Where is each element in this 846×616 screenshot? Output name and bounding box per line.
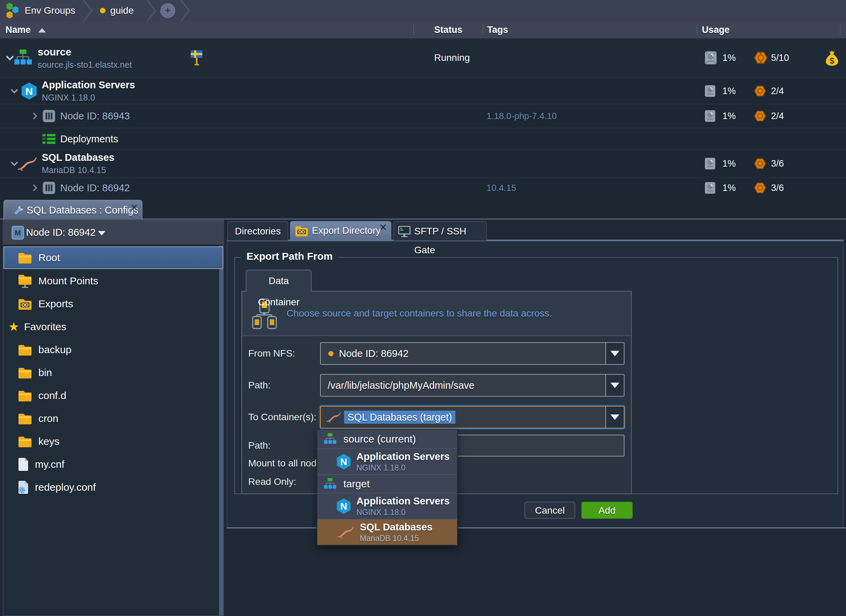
tab-export-directory[interactable]: Export Directory ✕ — [290, 221, 391, 241]
breadcrumb-separator-icon — [147, 0, 156, 21]
node-id[interactable]: Node ID: 86943 — [60, 110, 130, 122]
to-containers-dropdown: source (current) N Application Servers N… — [317, 429, 458, 546]
tab-sftp-ssh-gate[interactable]: SFTP / SSH Gate — [393, 221, 487, 241]
tab-directories[interactable]: Directories — [227, 221, 288, 241]
from-nfs-select[interactable]: Node ID: 86942 — [320, 342, 624, 365]
chevron-down-icon — [98, 231, 106, 235]
terminal-monitor-icon — [398, 226, 411, 238]
expand-chevron-icon[interactable] — [32, 184, 37, 192]
tree-item-favorites[interactable]: ★ Favorites — [4, 315, 223, 338]
chevron-down-icon — [611, 383, 619, 388]
tree-item-mount-points[interactable]: Mount Points — [4, 269, 223, 292]
collapse-chevron-icon[interactable] — [6, 55, 15, 60]
mount-all-nodes-label: Mount to all nodes — [248, 456, 327, 471]
env-row-source[interactable]: source source.jls-sto1.elastx.net Runnin… — [0, 38, 846, 78]
chevron-down-icon — [611, 414, 619, 420]
dropdown-item-sql-databases-target[interactable]: SQL Databases MariaDB 10.4.15 — [317, 519, 457, 545]
layer-name[interactable]: Application Servers — [42, 79, 135, 91]
mariadb-node-badge-icon: M — [12, 226, 24, 239]
configs-panel-tab[interactable]: SQL Databases : Configs ✕ — [3, 200, 142, 220]
node-tag: 1.18.0-php-7.4.10 — [486, 111, 557, 122]
tree-item-bin[interactable]: bin — [4, 361, 223, 384]
configs-tab-title: SQL Databases : Configs — [27, 201, 138, 220]
column-header-tags[interactable]: Tags — [487, 21, 508, 38]
layer-name[interactable]: SQL Databases — [42, 152, 115, 163]
deployments-row[interactable]: Deployments — [0, 128, 846, 150]
folder-icon — [18, 390, 32, 402]
dropdown-env-target[interactable]: target — [317, 474, 457, 493]
column-header-name[interactable]: Name — [6, 21, 31, 38]
column-header-status[interactable]: Status — [434, 21, 463, 38]
tab-close-icon[interactable]: ✕ — [379, 222, 387, 233]
layer-row-app-servers[interactable]: N Application Servers NGINX 1.18.0 1% 2/… — [0, 78, 846, 104]
environment-grid: source source.jls-sto1.elastx.net Runnin… — [0, 38, 846, 219]
cloudlets-icon — [754, 182, 766, 194]
nginx-icon: N — [336, 453, 351, 470]
tree-item-label: cron — [38, 413, 58, 424]
select-arrow-button[interactable] — [605, 406, 624, 428]
environment-topology-icon — [323, 478, 336, 490]
dropdown-item-subtitle: MariaDB 10.4.15 — [360, 534, 432, 543]
tree-item-root[interactable]: Root — [3, 246, 223, 269]
expand-chevron-icon[interactable] — [32, 112, 37, 120]
exports-folder-icon — [18, 298, 32, 310]
disk-usage-value: 1% — [723, 158, 736, 169]
export-directory-folder-link-icon — [295, 225, 308, 236]
collapse-chevron-icon[interactable] — [10, 88, 19, 94]
wrench-icon — [13, 205, 24, 216]
from-nfs-label: From NFS: — [248, 342, 295, 365]
dropdown-item-app-servers-target[interactable]: N Application Servers NGINX 1.18.0 — [317, 493, 457, 519]
column-divider — [840, 25, 840, 35]
cancel-button[interactable]: Cancel — [524, 502, 575, 519]
nginx-icon: N — [336, 498, 351, 514]
node-id[interactable]: Node ID: 86942 — [60, 182, 130, 194]
layer-stack[interactable]: NGINX 1.18.0 — [42, 93, 135, 103]
tree-item-redeployconf[interactable]: redeploy.conf — [4, 476, 223, 499]
folder-icon — [18, 367, 32, 378]
deployments-label[interactable]: Deployments — [60, 133, 118, 144]
tree-item-confd[interactable]: conf.d — [4, 384, 223, 407]
mount-folder-icon — [18, 274, 32, 288]
tab-data-container[interactable]: Data Container — [246, 270, 311, 292]
tree-item-label: bin — [38, 367, 52, 378]
node-container-icon — [43, 181, 56, 194]
add-env-group-button[interactable]: + — [160, 3, 175, 18]
configs-tab-close-icon[interactable]: ✕ — [130, 202, 138, 213]
svg-text:$: $ — [830, 56, 834, 65]
dropdown-item-app-servers-source[interactable]: N Application Servers NGINX 1.18.0 — [317, 448, 457, 474]
select-arrow-button[interactable] — [605, 343, 624, 364]
column-divider — [482, 25, 483, 35]
svg-text:M: M — [15, 229, 21, 237]
tree-item-cron[interactable]: cron — [4, 407, 223, 430]
env-domain[interactable]: source.jls-sto1.elastx.net — [38, 60, 132, 70]
mariadb-seal-icon — [326, 412, 341, 422]
config-file-tree: M Node ID: 86942 Root Mount Points Expor… — [3, 220, 224, 616]
node-row-86943[interactable]: Node ID: 86943 1.18.0-php-7.4.10 1% 2/4 — [0, 104, 846, 128]
dropdown-env-source[interactable]: source (current) — [317, 430, 457, 448]
node-selector[interactable]: M Node ID: 86942 — [3, 220, 223, 245]
path2-label: Path: — [248, 435, 270, 456]
to-containers-combobox[interactable]: SQL Databases (target) — [320, 406, 624, 428]
sort-asc-icon[interactable] — [38, 28, 46, 32]
tree-item-label: backup — [38, 344, 72, 356]
tree-item-mycnf[interactable]: my.cnf — [4, 453, 223, 476]
to-containers-label: To Container(s): — [248, 406, 316, 428]
add-button[interactable]: Add — [582, 502, 633, 519]
select-arrow-button[interactable] — [605, 375, 624, 396]
disk-usage-icon — [705, 110, 715, 122]
tree-item-backup[interactable]: backup — [4, 338, 223, 361]
tree-item-exports[interactable]: Exports — [4, 292, 223, 315]
breadcrumb-env-name[interactable]: guide — [110, 0, 134, 21]
layer-stack[interactable]: MariaDB 10.4.15 — [42, 165, 115, 175]
tab-export-directory-label: Export Directory — [312, 221, 381, 240]
tree-item-keys[interactable]: keys — [4, 430, 223, 453]
column-header-usage[interactable]: Usage — [702, 21, 730, 38]
layer-row-sql-databases[interactable]: SQL Databases MariaDB 10.4.15 1% 3/6 — [0, 150, 846, 178]
breadcrumb-env-groups[interactable]: Env Groups — [25, 0, 75, 21]
path-select[interactable]: /var/lib/jelastic/phpMyAdmin/save — [320, 374, 624, 397]
billing-money-bag-icon[interactable]: $ — [824, 50, 840, 66]
node-row-86942[interactable]: Node ID: 86942 10.4.15 1% 3/6 — [0, 178, 846, 198]
env-name[interactable]: source — [38, 46, 132, 58]
config-file-gear-icon — [18, 481, 29, 494]
tree-scrollbar[interactable] — [219, 246, 223, 615]
